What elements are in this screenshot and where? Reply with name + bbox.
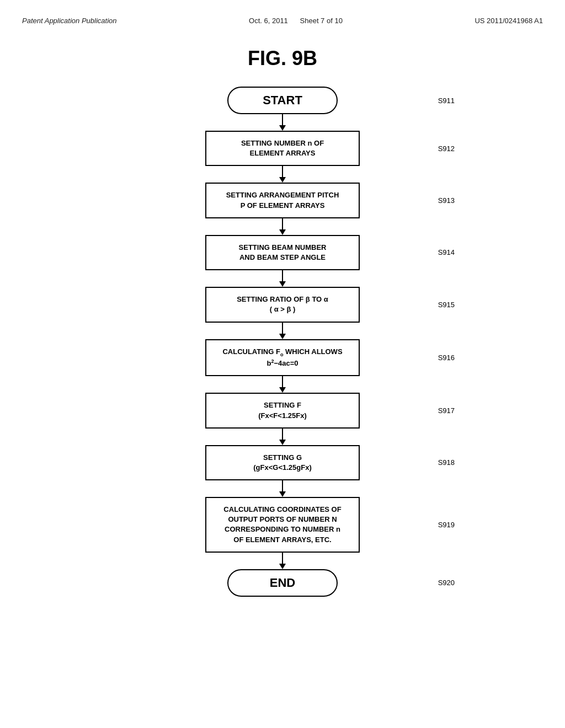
step-s912-label: S912 — [438, 144, 455, 153]
step-s915-shape: SETTING RATIO OF β TO α( α > β ) — [205, 287, 360, 322]
step-s917-shape: SETTING F(Fx<F<1.25Fx) — [205, 393, 360, 428]
step-s913-row: SETTING ARRANGEMENT PITCHP OF ELEMENT AR… — [22, 183, 543, 218]
arrow-head-7 — [279, 440, 286, 445]
step-s916-row: CALCULATING Fo WHICH ALLOWSb2−4ac=0 S916 — [22, 339, 543, 377]
header-date: Oct. 6, 2011 — [249, 17, 288, 25]
arrow-line-9 — [282, 553, 283, 564]
arrow-8 — [22, 480, 543, 497]
header-patent-number: US 2011/0241968 A1 — [475, 17, 543, 25]
arrow-1 — [22, 114, 543, 131]
arrow-2 — [22, 166, 543, 183]
step-s915-label: S915 — [438, 301, 455, 309]
step-s912-row: SETTING NUMBER n OFELEMENT ARRAYS S912 — [22, 131, 543, 166]
step-s918-label: S918 — [438, 458, 455, 467]
step-s918-shape: SETTING G(gFx<G<1.25gFx) — [205, 445, 360, 480]
step-s914-label: S914 — [438, 248, 455, 256]
step-s917-row: SETTING F(Fx<F<1.25Fx) S917 — [22, 393, 543, 428]
header-date-sheet: Oct. 6, 2011 Sheet 7 of 10 — [249, 17, 343, 25]
page: Patent Application Publication Oct. 6, 2… — [0, 0, 565, 728]
step-s913-shape: SETTING ARRANGEMENT PITCHP OF ELEMENT AR… — [205, 183, 360, 218]
step-s913-label: S913 — [438, 196, 455, 205]
arrow-head-1 — [279, 125, 286, 131]
arrow-line-7 — [282, 429, 283, 440]
step-s919-label: S919 — [438, 521, 455, 529]
step-s914-row: SETTING BEAM NUMBERAND BEAM STEP ANGLE S… — [22, 235, 543, 270]
arrow-head-3 — [279, 229, 286, 235]
arrow-head-8 — [279, 491, 286, 497]
arrow-line-5 — [282, 323, 283, 334]
header-sheet: Sheet 7 of 10 — [300, 17, 343, 25]
arrow-head-9 — [279, 564, 286, 569]
step-s919-row: CALCULATING COORDINATES OFOUTPUT PORTS O… — [22, 497, 543, 553]
arrow-line-1 — [282, 114, 283, 125]
arrow-head-2 — [279, 177, 286, 183]
step-s915-row: SETTING RATIO OF β TO α( α > β ) S915 — [22, 287, 543, 322]
step-s911-shape: START — [227, 87, 338, 114]
arrow-line-3 — [282, 218, 283, 229]
arrow-line-2 — [282, 166, 283, 177]
step-s911-row: START S911 — [22, 87, 543, 114]
arrow-line-6 — [282, 376, 283, 387]
arrow-5 — [22, 323, 543, 339]
step-s912-shape: SETTING NUMBER n OFELEMENT ARRAYS — [205, 131, 360, 166]
header: Patent Application Publication Oct. 6, 2… — [22, 11, 543, 41]
step-s920-shape: END — [227, 569, 338, 597]
step-s916-label: S916 — [438, 354, 455, 362]
arrow-head-4 — [279, 281, 286, 287]
step-s920-row: END S920 — [22, 569, 543, 597]
arrow-7 — [22, 429, 543, 445]
step-s918-row: SETTING G(gFx<G<1.25gFx) S918 — [22, 445, 543, 480]
step-s919-shape: CALCULATING COORDINATES OFOUTPUT PORTS O… — [205, 497, 360, 553]
step-s920-label: S920 — [438, 579, 455, 587]
header-publication: Patent Application Publication — [22, 17, 117, 25]
figure-title: FIG. 9B — [22, 47, 543, 70]
arrow-line-4 — [282, 270, 283, 281]
step-s911-label: S911 — [438, 97, 455, 105]
arrow-3 — [22, 218, 543, 235]
arrow-head-5 — [279, 334, 286, 339]
arrow-line-8 — [282, 480, 283, 491]
arrow-4 — [22, 270, 543, 287]
arrow-9 — [22, 553, 543, 569]
flowchart: START S911 SETTING NUMBER n OFELEMENT AR… — [22, 87, 543, 597]
step-s917-label: S917 — [438, 406, 455, 415]
arrow-head-6 — [279, 387, 286, 393]
arrow-6 — [22, 376, 543, 393]
step-s916-shape: CALCULATING Fo WHICH ALLOWSb2−4ac=0 — [205, 339, 360, 377]
step-s914-shape: SETTING BEAM NUMBERAND BEAM STEP ANGLE — [205, 235, 360, 270]
